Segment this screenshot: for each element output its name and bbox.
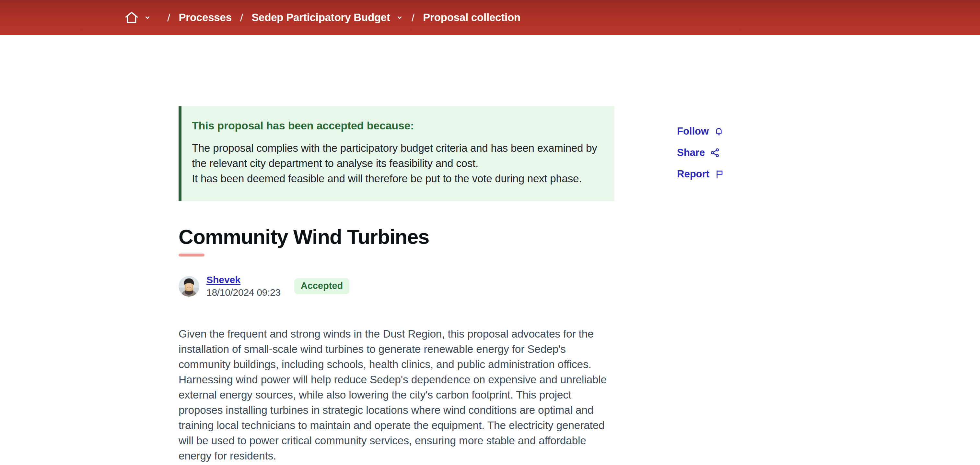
breadcrumb-separator: / bbox=[240, 11, 243, 24]
author-meta: Shevek 18/10/2024 09:23 bbox=[207, 274, 281, 298]
breadcrumb: / Processes / Sedep Participatory Budget… bbox=[124, 10, 520, 25]
proposal-timestamp: 18/10/2024 09:23 bbox=[207, 287, 281, 298]
home-dropdown-toggle[interactable] bbox=[144, 14, 151, 21]
share-label: Share bbox=[677, 147, 705, 159]
proposal-title: Community Wind Turbines bbox=[178, 225, 980, 248]
author-link[interactable]: Shevek bbox=[207, 274, 240, 285]
proposal-page: / Processes / Sedep Participatory Budget… bbox=[0, 0, 980, 465]
flag-icon bbox=[714, 169, 725, 179]
author-row: Shevek 18/10/2024 09:23 Accepted bbox=[178, 274, 980, 298]
process-dropdown-toggle[interactable] bbox=[396, 14, 403, 21]
proposal-content: This proposal has been accepted because:… bbox=[0, 107, 980, 463]
breadcrumb-item-processes[interactable]: Processes bbox=[178, 11, 231, 24]
bell-icon bbox=[714, 126, 724, 137]
share-button[interactable]: Share bbox=[677, 147, 725, 159]
home-link[interactable] bbox=[124, 10, 139, 25]
status-badge: Accepted bbox=[294, 278, 350, 294]
title-underline-decoration bbox=[178, 253, 205, 256]
chevron-down-icon bbox=[144, 14, 151, 21]
home-icon bbox=[124, 10, 139, 25]
callout-text-line: The proposal complies with the participa… bbox=[192, 140, 599, 171]
follow-label: Follow bbox=[677, 126, 709, 137]
share-nodes-icon bbox=[710, 148, 720, 158]
breadcrumb-bar: / Processes / Sedep Participatory Budget… bbox=[0, 0, 980, 35]
breadcrumb-item-sedep-participatory-budget[interactable]: Sedep Participatory Budget bbox=[251, 11, 390, 24]
author-avatar[interactable] bbox=[178, 276, 199, 297]
report-label: Report bbox=[677, 168, 710, 180]
report-button[interactable]: Report bbox=[677, 168, 725, 180]
breadcrumb-item-proposal-collection[interactable]: Proposal collection bbox=[423, 11, 520, 24]
callout-text-line: It has been deemed feasible and will the… bbox=[192, 171, 599, 186]
acceptance-callout: This proposal has been accepted because:… bbox=[178, 107, 614, 201]
callout-title: This proposal has been accepted because: bbox=[192, 119, 599, 132]
follow-button[interactable]: Follow bbox=[677, 126, 725, 137]
proposal-body: Given the frequent and strong winds in t… bbox=[178, 326, 614, 463]
breadcrumb-separator: / bbox=[412, 11, 415, 24]
chevron-down-icon bbox=[396, 14, 403, 21]
breadcrumb-separator: / bbox=[167, 11, 170, 24]
action-rail: Follow Share Report bbox=[677, 126, 725, 180]
